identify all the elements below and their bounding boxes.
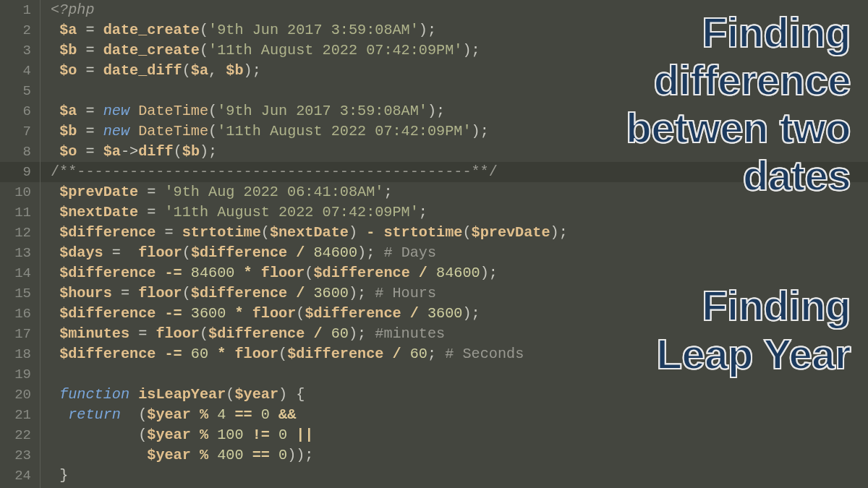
code-line: $o = $a->diff($b); (51, 142, 868, 162)
line-number: 18 (0, 344, 40, 364)
code-line (51, 81, 868, 101)
line-number: 15 (0, 283, 40, 304)
line-number: 21 (0, 405, 40, 425)
code-line: $difference -= 84600 * floor($difference… (51, 263, 868, 283)
code-editor: 1 2 3 4 5 6 7 8 9 10 11 12 13 14 15 16 1… (0, 0, 868, 488)
line-number: 2 (0, 20, 40, 40)
code-line: <?php (51, 0, 868, 20)
code-line: $difference = strtotime($nextDate) - str… (51, 223, 868, 243)
line-number-gutter: 1 2 3 4 5 6 7 8 9 10 11 12 13 14 15 16 1… (0, 0, 41, 488)
code-line: function isLeapYear($year) { (51, 385, 868, 405)
line-number: 20 (0, 385, 40, 405)
line-number: 10 (0, 182, 40, 202)
code-line: $days = floor($difference / 84600); # Da… (51, 243, 868, 263)
code-line: $year % 400 == 0)); (51, 445, 868, 466)
line-number: 13 (0, 243, 40, 263)
line-number: 16 (0, 304, 40, 324)
line-number: 6 (0, 101, 40, 121)
line-number: 4 (0, 61, 40, 81)
code-line: return ($year % 4 == 0 && (51, 405, 868, 425)
code-line: $o = date_diff($a, $b); (51, 61, 868, 81)
code-line: $a = new DateTime('9th Jun 2017 3:59:08A… (51, 101, 868, 121)
code-line: $b = date_create('11th August 2022 07:42… (51, 40, 868, 61)
line-number: 19 (0, 364, 40, 385)
line-number: 11 (0, 202, 40, 223)
code-line: /**-------------------------------------… (41, 162, 868, 182)
code-line: ($year % 100 != 0 || (51, 425, 868, 445)
code-line: $difference -= 60 * floor($difference / … (51, 344, 868, 364)
code-area[interactable]: <?php $a = date_create('9th Jun 2017 3:5… (41, 0, 868, 488)
line-number: 1 (0, 0, 40, 20)
line-number: 3 (0, 40, 40, 61)
line-number: 8 (0, 142, 40, 162)
line-number: 14 (0, 263, 40, 283)
line-number: 9 (0, 162, 40, 182)
code-line: $minutes = floor($difference / 60); #min… (51, 324, 868, 344)
line-number: 24 (0, 466, 40, 486)
code-line: $nextDate = '11th August 2022 07:42:09PM… (51, 202, 868, 223)
line-number: 23 (0, 445, 40, 466)
code-line: $b = new DateTime('11th August 2022 07:4… (51, 121, 868, 142)
line-number: 22 (0, 425, 40, 445)
line-number: 7 (0, 121, 40, 142)
code-line: $prevDate = '9th Aug 2022 06:41:08AM'; (51, 182, 868, 202)
code-line (51, 364, 868, 385)
code-line: } (51, 466, 868, 486)
code-line: $hours = floor($difference / 3600); # Ho… (51, 283, 868, 304)
code-line: $a = date_create('9th Jun 2017 3:59:08AM… (51, 20, 868, 40)
line-number: 17 (0, 324, 40, 344)
line-number: 12 (0, 223, 40, 243)
line-number: 5 (0, 81, 40, 101)
code-line: $difference -= 3600 * floor($difference … (51, 304, 868, 324)
